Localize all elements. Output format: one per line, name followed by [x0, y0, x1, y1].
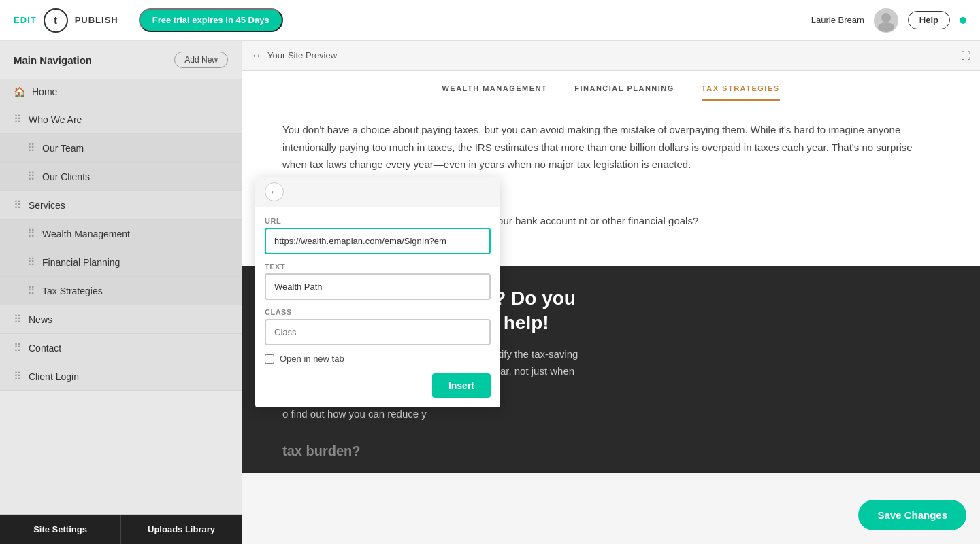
sidebar: Main Navigation Add New 🏠 Home ⠿ Who We … — [0, 41, 242, 544]
nav-item-label: Contact — [29, 343, 61, 354]
text-field-label: Text — [265, 262, 491, 271]
text-input[interactable] — [265, 273, 491, 300]
trial-badge[interactable]: Free trial expires in 45 Days — [139, 8, 283, 32]
nav-item-contact[interactable]: ⠿ Contact — [0, 334, 242, 362]
nav-item-tax-strategies[interactable]: ⠿ Tax Strategies — [0, 277, 242, 305]
site-nav-financial-planning[interactable]: FINANCIAL PLANNING — [574, 84, 674, 101]
url-input[interactable] — [265, 228, 491, 254]
drag-icon: ⠿ — [14, 370, 22, 383]
preview-topbar: ↔ Your Site Preview ⛶ — [242, 41, 980, 71]
preview-label: Your Site Preview — [267, 50, 337, 61]
class-input[interactable] — [265, 319, 491, 345]
nav-item-client-login[interactable]: ⠿ Client Login — [0, 362, 242, 391]
drag-icon: ⠿ — [27, 256, 35, 269]
drag-icon: ⠿ — [27, 141, 35, 154]
open-new-tab-label[interactable]: Open in new tab — [280, 354, 344, 364]
nav-item-our-clients[interactable]: ⠿ Our Clients — [0, 163, 242, 191]
nav-item-services[interactable]: ⠿ Services — [0, 191, 242, 220]
nav-item-our-team[interactable]: ⠿ Our Team — [0, 134, 242, 163]
class-field-label: Class — [265, 308, 491, 316]
nav-item-label: Who We Are — [29, 114, 82, 125]
link-popup-header: ← — [255, 177, 500, 207]
nav-item-label: Our Clients — [42, 171, 90, 182]
site-nav-wealth-management[interactable]: WEALTH MANAGEMENT — [442, 84, 547, 101]
drag-icon: ⠿ — [14, 341, 22, 354]
collapse-icon[interactable]: ↔ — [251, 50, 262, 62]
drag-icon: ⠿ — [14, 199, 22, 211]
help-button[interactable]: Help — [908, 11, 950, 29]
nav-item-label: Tax Strategies — [42, 286, 103, 296]
nav-item-news[interactable]: ⠿ News — [0, 305, 242, 334]
save-changes-button[interactable]: Save Changes — [858, 500, 966, 530]
svg-point-1 — [878, 22, 894, 32]
sidebar-bottom: Site Settings Uploads Library — [0, 514, 242, 544]
insert-button[interactable]: Insert — [432, 373, 491, 398]
preview-topbar-right: ⛶ — [961, 50, 970, 62]
link-popup: ← URL Text Class Open in new tab Insert — [255, 177, 500, 407]
nav-item-who-we-are[interactable]: ⠿ Who We Are — [0, 105, 242, 134]
logo-circle[interactable]: t — [44, 8, 68, 33]
nav-item-label: Wealth Management — [42, 228, 130, 239]
edit-label[interactable]: EDIT — [14, 15, 37, 25]
nav-item-wealth-management[interactable]: ⠿ Wealth Management — [0, 220, 242, 248]
dark-cta-text: o find out how you can reduce y — [282, 405, 939, 423]
nav-item-label: Home — [32, 86, 57, 97]
site-nav-tax-strategies[interactable]: TAX STRATEGIES — [702, 84, 780, 101]
drag-icon: ⠿ — [14, 313, 22, 326]
preview-area: ↔ Your Site Preview ⛶ WEALTH MANAGEMENT … — [242, 41, 980, 544]
publish-label[interactable]: PUBLISH — [75, 15, 118, 25]
open-new-tab-checkbox[interactable] — [265, 354, 274, 364]
nav-item-home[interactable]: 🏠 Home — [0, 79, 242, 105]
drag-icon: ⠿ — [27, 227, 35, 240]
site-nav: WEALTH MANAGEMENT FINANCIAL PLANNING TAX… — [242, 71, 980, 101]
nav-item-financial-planning[interactable]: ⠿ Financial Planning — [0, 248, 242, 277]
nav-item-label: Client Login — [29, 371, 79, 382]
drag-icon: ⠿ — [14, 113, 22, 126]
link-popup-body: URL Text Class Open in new tab Insert — [255, 207, 500, 407]
home-icon: 🏠 — [14, 86, 25, 97]
sidebar-title: Main Navigation — [14, 54, 92, 66]
back-arrow-button[interactable]: ← — [265, 182, 284, 201]
main-layout: Main Navigation Add New 🏠 Home ⠿ Who We … — [0, 41, 980, 544]
tax-burden-footer: tax burden? — [242, 443, 980, 473]
nav-item-label: Financial Planning — [42, 257, 120, 268]
nav-item-label: News — [29, 314, 52, 325]
drag-icon: ⠿ — [27, 284, 35, 297]
user-name: Laurie Bream — [811, 15, 864, 25]
top-bar-right: Laurie Bream Help — [811, 8, 966, 33]
sidebar-header: Main Navigation Add New — [0, 41, 242, 79]
open-new-tab-row: Open in new tab — [265, 354, 491, 364]
status-dot — [960, 17, 966, 24]
add-new-button[interactable]: Add New — [174, 52, 228, 68]
nav-item-label: Our Team — [42, 143, 84, 154]
fullscreen-icon[interactable]: ⛶ — [961, 50, 970, 61]
site-settings-button[interactable]: Site Settings — [0, 515, 121, 544]
url-field-label: URL — [265, 217, 491, 225]
nav-item-label: Services — [29, 200, 65, 211]
page-body-text: You don't have a choice about paying tax… — [282, 121, 939, 173]
svg-point-0 — [881, 13, 891, 22]
uploads-library-button[interactable]: Uploads Library — [121, 515, 242, 544]
drag-icon: ⠿ — [27, 170, 35, 183]
avatar[interactable] — [874, 8, 898, 33]
top-bar: EDIT t PUBLISH Free trial expires in 45 … — [0, 0, 980, 41]
